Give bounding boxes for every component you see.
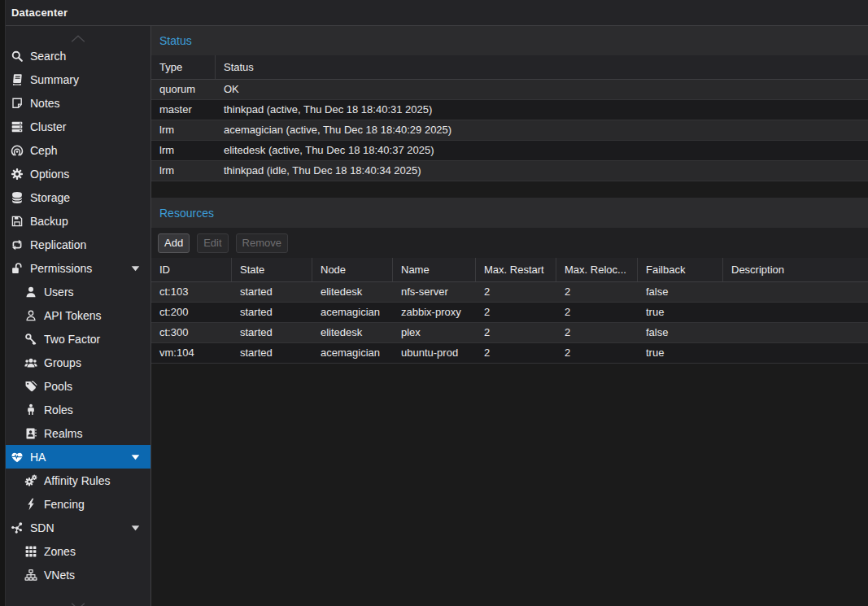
cell: acemagician [312, 303, 393, 322]
cell: OK [216, 80, 868, 99]
sidebar-item-label: Options [30, 168, 69, 181]
table-row[interactable]: vm:104startedacemagicianubuntu-prod22tru… [151, 343, 868, 364]
cell: quorum [151, 80, 216, 99]
sidebar-item-sdn[interactable]: SDN [6, 516, 150, 539]
sidebar-item-permissions[interactable]: Permissions [6, 256, 150, 280]
proxmox-datacenter-window: Datacenter Search Summary Notes Cluster … [0, 0, 868, 606]
panel-gap [151, 181, 868, 198]
cell: started [232, 343, 312, 363]
column-header[interactable]: Name [393, 258, 476, 281]
chevron-down-icon[interactable] [131, 525, 140, 531]
remove-button[interactable]: Remove [236, 233, 288, 253]
cell: ct:300 [151, 323, 232, 342]
cell [723, 303, 868, 322]
database-icon [11, 191, 24, 204]
bolt-icon [24, 498, 37, 511]
sidebar-item-options[interactable]: Options [6, 162, 150, 185]
column-header[interactable]: Description [723, 258, 868, 281]
chevron-down-icon [71, 599, 85, 606]
sidebar-item-label: Summary [30, 73, 79, 86]
cell: elitedesk (active, Thu Dec 18 18:40:37 2… [216, 141, 868, 160]
sidebar-item-cluster[interactable]: Cluster [6, 115, 150, 138]
config-menu: Search Summary Notes Cluster Ceph Option… [6, 26, 151, 606]
grid-icon [24, 545, 37, 558]
resources-panel-title: Resources [159, 207, 214, 220]
column-header[interactable]: Max. Restart [476, 258, 556, 281]
network-nodes-icon [11, 521, 24, 534]
sidebar-item-storage[interactable]: Storage [6, 185, 150, 209]
cell: acemagician (active, Thu Dec 18 18:40:29… [216, 120, 868, 140]
cell: 2 [476, 323, 556, 342]
sidebar-item-users[interactable]: Users [6, 280, 150, 303]
sidebar-item-label: VNets [44, 569, 75, 582]
sidebar-item-label: Roles [44, 403, 73, 416]
sidebar-item-two-factor[interactable]: Two Factor [6, 327, 150, 351]
sidebar-item-replication[interactable]: Replication [6, 233, 150, 256]
column-header[interactable]: Status [216, 55, 868, 79]
table-row[interactable]: lrmelitedesk (active, Thu Dec 18 18:40:3… [151, 141, 868, 161]
table-row[interactable]: ct:200startedacemagicianzabbix-proxy22tr… [151, 303, 868, 323]
sidebar-item-label: Storage [30, 191, 70, 204]
edit-button[interactable]: Edit [197, 233, 228, 253]
sidebar-item-pools[interactable]: Pools [6, 374, 150, 398]
sitemap-icon [24, 569, 37, 582]
chevron-down-icon[interactable] [131, 265, 140, 272]
search-icon [11, 50, 24, 63]
column-header[interactable]: Max. Reloc... [556, 258, 638, 281]
sidebar-item-realms[interactable]: Realms [6, 421, 150, 445]
table-row[interactable]: masterthinkpad (active, Thu Dec 18 18:40… [151, 100, 868, 120]
chevron-down-icon[interactable] [131, 454, 140, 460]
sidebar-item-vnets[interactable]: VNets [6, 563, 150, 586]
sidebar-item-label: SDN [30, 521, 55, 534]
sidebar-item-groups[interactable]: Groups [6, 351, 150, 374]
sidebar-item-ha[interactable]: HA [6, 445, 150, 469]
panel-header-bar: Datacenter [6, 0, 868, 26]
column-header[interactable]: State [232, 258, 312, 281]
sidebar-item-backup[interactable]: Backup [6, 209, 150, 233]
column-header[interactable]: Failback [638, 258, 723, 281]
user-outline-icon [24, 309, 37, 322]
sidebar-item-roles[interactable]: Roles [6, 398, 150, 421]
cell: 2 [476, 282, 556, 302]
panel-title: Datacenter [11, 7, 68, 19]
sidebar-item-label: Search [30, 50, 66, 63]
sidebar-item-notes[interactable]: Notes [6, 91, 150, 115]
sidebar-item-label: API Tokens [44, 309, 102, 322]
address-book-icon [24, 427, 37, 440]
sidebar-item-api-tokens[interactable]: API Tokens [6, 303, 150, 327]
column-header[interactable]: Type [151, 55, 216, 79]
cell: 2 [476, 343, 556, 363]
table-row[interactable]: lrmacemagician (active, Thu Dec 18 18:40… [151, 120, 868, 141]
sidebar-item-affinity-rules[interactable]: Affinity Rules [6, 469, 150, 492]
menu-scroll-down-button[interactable] [6, 599, 150, 606]
table-row[interactable]: lrmthinkpad (idle, Thu Dec 18 18:40:34 2… [151, 161, 868, 181]
cell [723, 282, 868, 302]
cell: elitedesk [312, 323, 393, 342]
cell: true [638, 343, 723, 363]
sidebar-item-summary[interactable]: Summary [6, 68, 150, 91]
sidebar-item-label: Permissions [30, 262, 92, 275]
sidebar-item-zones[interactable]: Zones [6, 539, 150, 563]
sidebar-item-search[interactable]: Search [6, 44, 150, 68]
cell: thinkpad (idle, Thu Dec 18 18:40:34 2025… [216, 161, 868, 181]
table-header-row: IDStateNodeNameMax. RestartMax. Reloc...… [151, 258, 868, 282]
menu-scroll-up-button[interactable] [6, 26, 150, 44]
table-row[interactable]: ct:103startedelitedesknfs-server22false [151, 282, 868, 303]
sidebar-item-label: Users [44, 286, 74, 299]
cell: vm:104 [151, 343, 232, 363]
cell: nfs-server [393, 282, 476, 302]
cell: elitedesk [312, 282, 393, 302]
cell: 2 [556, 282, 638, 302]
add-button[interactable]: Add [158, 233, 190, 253]
column-header[interactable]: Node [312, 258, 393, 281]
table-row[interactable]: quorumOK [151, 80, 868, 100]
sidebar-item-fencing[interactable]: Fencing [6, 492, 150, 516]
sidebar-item-ceph[interactable]: Ceph [6, 138, 150, 162]
cell: started [232, 303, 312, 322]
column-header[interactable]: ID [151, 258, 232, 281]
sidebar-item-label: Two Factor [44, 333, 100, 346]
key-icon [24, 333, 37, 346]
cell: zabbix-proxy [393, 303, 476, 322]
cell: started [232, 323, 312, 342]
table-row[interactable]: ct:300startedelitedeskplex22false [151, 323, 868, 343]
